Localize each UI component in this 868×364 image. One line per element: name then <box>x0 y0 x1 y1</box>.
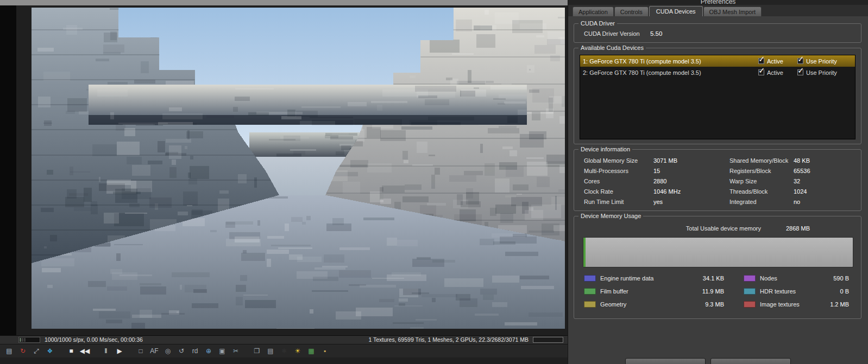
device-priority-checkbox[interactable]: ✓ Use Priority <box>797 69 851 76</box>
preferences-content: CUDA Driver CUDA Driver Version 5.50 Ava… <box>568 16 868 364</box>
pause-render-button[interactable]: ‖ <box>100 346 112 356</box>
play-render-button[interactable]: ▶ <box>114 346 125 356</box>
device-row-2[interactable]: 2: GeForce GTX 780 Ti (compute model 3.5… <box>580 67 855 78</box>
info-value: 15 <box>653 168 729 174</box>
fit-view-icon[interactable]: ⤢ <box>30 346 42 356</box>
tab-cuda-devices[interactable]: CUDA Devices <box>649 6 703 16</box>
check-icon: ✓ <box>797 66 804 75</box>
cuda-devices-group-label: Available Cuda Devices <box>578 44 646 51</box>
legend-value: 590 B <box>824 275 849 282</box>
total-memory-label: Total Usable device memory <box>686 225 761 232</box>
tab-application[interactable]: Application <box>573 7 614 16</box>
device-name: 2: GeForce GTX 780 Ti (compute model 3.5… <box>583 69 758 76</box>
info-value: 1046 MHz <box>653 188 729 195</box>
cuda-driver-version-value: 5.50 <box>650 30 662 37</box>
info-value: 3071 MB <box>653 157 729 164</box>
legend-swatch <box>744 288 756 295</box>
restart-render-icon[interactable]: ↻ <box>17 346 29 356</box>
preferences-title: Preferences <box>701 0 736 5</box>
legend-value: 34.1 KB <box>682 275 724 282</box>
viewport-area <box>16 5 568 335</box>
top-strip <box>0 0 568 5</box>
display-mode-icon[interactable]: □ <box>135 346 147 356</box>
priority-label: Use Priority <box>806 58 837 65</box>
render-stats-text: 1000/1000 s/px, 0.00 Ms/sec, 00:00:36 <box>45 336 143 343</box>
render-priority-icon[interactable]: rd <box>189 346 201 356</box>
left-dock-strip <box>0 5 16 335</box>
legend-label: Engine runtime data <box>600 275 682 282</box>
device-active-checkbox[interactable]: ✓ Active <box>758 69 797 76</box>
info-label: Clock Rate <box>584 188 653 195</box>
check-icon: ✓ <box>758 54 765 64</box>
legend-label: Image textures <box>760 301 824 308</box>
memory-legend: Engine runtime data 34.1 KB Nodes 590 B … <box>578 271 857 314</box>
application-window: 1000/1000 s/px, 0.00 Ms/sec, 00:00:36 1 … <box>0 0 868 364</box>
cuda-driver-version-label: CUDA Driver Version <box>584 30 650 37</box>
cuda-driver-group-label: CUDA Driver <box>578 20 617 27</box>
legend-value: 1.2 MB <box>824 301 849 308</box>
tab-controls[interactable]: Controls <box>614 7 649 16</box>
copy-image-icon[interactable]: ❐ <box>251 346 263 356</box>
device-name: 1: GeForce GTX 780 Ti (compute model 3.5… <box>583 58 758 65</box>
preferences-panel: Preferences Application Controls CUDA De… <box>568 0 868 364</box>
viewport-frame <box>0 5 568 335</box>
cuda-device-list[interactable]: 1: GeForce GTX 780 Ti (compute model 3.5… <box>580 55 856 139</box>
legend-label: Nodes <box>760 275 824 282</box>
info-label: Global Memory Size <box>584 157 653 164</box>
lock-resolution-icon[interactable]: ▪ <box>319 346 331 356</box>
legend-value: 0 B <box>824 288 849 295</box>
device-info-grid: Global Memory Size 3071 MB Shared Memory… <box>578 155 857 206</box>
info-label: Registers/Block <box>729 168 794 174</box>
render-region-icon[interactable]: ▣ <box>216 346 228 356</box>
memory-used-segment <box>583 238 586 267</box>
daylight-icon[interactable]: ☀ <box>292 346 304 356</box>
orbit-camera-icon[interactable]: ◎ <box>162 346 174 356</box>
info-value: yes <box>653 199 729 205</box>
stop-render-button[interactable]: ■ <box>65 346 77 356</box>
info-label: Integrated <box>729 199 794 205</box>
legend-label: Film buffer <box>600 288 682 295</box>
legend-swatch <box>584 301 596 308</box>
device-active-checkbox[interactable]: ✓ Active <box>758 58 797 65</box>
restart-frame-button[interactable]: ◀◀ <box>79 346 91 356</box>
render-image <box>32 8 565 329</box>
dialog-button-2[interactable] <box>710 358 791 364</box>
preferences-titlebar[interactable]: Preferences <box>568 0 868 5</box>
device-priority-checkbox[interactable]: ✓ Use Priority <box>797 58 851 65</box>
device-row-1[interactable]: 1: GeForce GTX 780 Ti (compute model 3.5… <box>580 55 855 67</box>
check-icon: ✓ <box>797 54 804 64</box>
info-value: 48 KB <box>794 157 857 164</box>
render-viewport[interactable] <box>32 8 565 329</box>
legend-swatch <box>584 275 596 282</box>
info-value: 2880 <box>653 178 729 184</box>
legend-value: 9.3 MB <box>682 301 724 308</box>
memory-usage-group-label: Device Memory Usage <box>578 213 643 219</box>
clipboard-icon[interactable]: ▤ <box>265 346 276 356</box>
device-info-group-label: Device information <box>578 146 632 152</box>
total-memory-value: 2868 MB <box>786 225 835 232</box>
info-value: 65536 <box>794 168 857 174</box>
info-label: Shared Memory/Block <box>729 157 794 164</box>
info-label: Multi-Processors <box>584 168 653 174</box>
memory-usage-group: Device Memory Usage Total Usable device … <box>574 216 861 319</box>
autofocus-icon[interactable]: AF <box>148 346 160 356</box>
info-label: Run Time Limit <box>584 199 653 205</box>
info-value: no <box>794 199 857 205</box>
reset-camera-icon[interactable]: ↺ <box>175 346 187 356</box>
memory-usage-bar <box>583 237 853 267</box>
info-label: Cores <box>584 178 653 184</box>
save-render-icon[interactable]: ▦ <box>305 346 317 356</box>
tab-obj-mesh-import[interactable]: OBJ Mesh Import <box>703 7 762 16</box>
bottom-fill <box>0 357 568 364</box>
clip-tool-icon[interactable]: ✂ <box>230 346 242 356</box>
sample-progress <box>18 337 40 343</box>
legend-swatch <box>744 301 756 308</box>
legend-label: HDR textures <box>760 288 824 295</box>
zoom-region-icon[interactable]: ⊕ <box>203 346 215 356</box>
legend-value: 11.9 MB <box>682 288 724 295</box>
cube-view-icon[interactable]: ❖ <box>44 346 56 356</box>
viewport-layout-icon[interactable]: ▤ <box>3 346 15 356</box>
viewport-pane: 1000/1000 s/px, 0.00 Ms/sec, 00:00:36 1 … <box>0 0 568 364</box>
dialog-button-1[interactable] <box>625 358 706 364</box>
bug-icon[interactable]: ✱ <box>278 346 290 356</box>
